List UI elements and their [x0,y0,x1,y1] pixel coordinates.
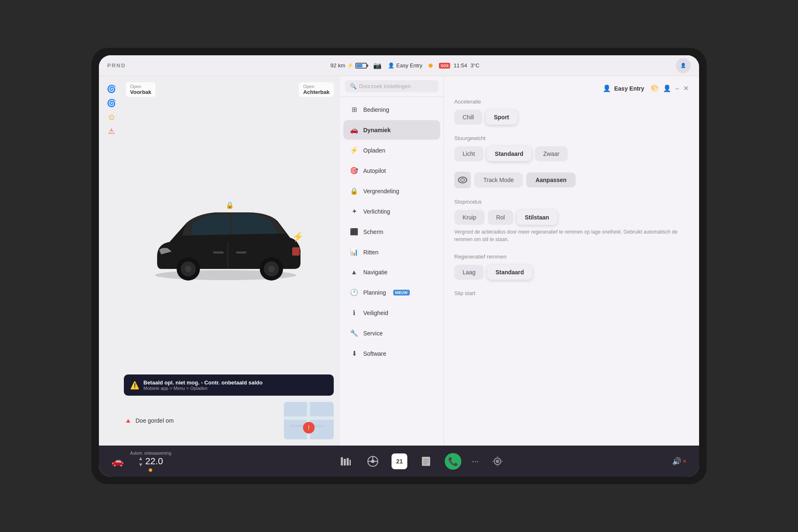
car-svg: ⚡ 🔒 [149,190,307,281]
sun-icon: 🌕 [650,84,659,92]
menu-item-navigatie[interactable]: ▲ Navigatie [343,263,440,282]
volume-icon-symbol: 🔊 [672,457,681,466]
screen: PRND 92 km ⚡ 📷 👤 Easy Entry [99,55,699,477]
achterbak-name: Achterbak [303,89,330,95]
acceleratie-section: Acceleratie Chill Sport [454,99,689,125]
stuurgewicht-title: Stuurgewicht [454,135,689,141]
achterbak-status: Open [303,84,330,89]
volume-control[interactable]: 🔊 ✕ [672,457,687,466]
warning-text: Betaald opl. niet mog. - Contr. onbetaal… [143,379,263,391]
menu-item-autopilot[interactable]: 🎯 Autopilot [343,161,440,180]
mini-map[interactable]: ! [284,402,334,439]
menu-item-scherm[interactable]: ⬛ Scherm [343,222,440,241]
aanpassen-btn[interactable]: Aanpassen [526,172,576,187]
svg-point-3 [185,266,192,272]
regeneratief-standaard-btn[interactable]: Standaard [487,265,532,280]
seatbelt-text: Doe gordel om [135,417,174,424]
more-dots[interactable]: ··· [472,456,479,466]
stuurgewicht-licht-btn[interactable]: Licht [454,146,483,161]
service-label: Service [363,330,383,337]
profile-info: 👤 Easy Entry [603,84,644,92]
track-svg [458,175,468,185]
gear-taskbar-icon[interactable] [489,453,506,470]
acceleratie-sport-btn[interactable]: Sport [485,110,517,125]
climate-arrows[interactable]: ▲ ▼ [138,456,143,468]
indicator-2: 🌀 [105,99,118,108]
slip-start-section: Slip start [454,290,689,296]
stopmodus-options: Kruip Rol Stilstaan [454,210,689,225]
stopmodus-rol-btn[interactable]: Rol [488,210,513,225]
svg-rect-10 [292,247,300,256]
verlichting-label: Verlichting [363,208,390,215]
indicator-tpms: ⊙ [105,113,118,122]
menu-item-planning[interactable]: 🕐 Planning NIEUW [343,283,440,302]
menu-item-bediening[interactable]: ⊞ Bediening [343,100,440,119]
car-top-info: Open Voorbak Open Achterbak [126,82,334,97]
menu-item-opladen[interactable]: ⚡ Opladen [343,140,440,160]
achterbak-label[interactable]: Open Achterbak [299,82,334,97]
verlichting-icon: ✦ [350,207,358,215]
profile-icon: 👤 [680,63,686,68]
menu-item-veiligheid[interactable]: ℹ Veiligheid [343,303,440,323]
regeneratief-laag-btn[interactable]: Laag [454,265,484,280]
profile-header: 👤 Easy Entry 🌕 👤 – ✕ [454,84,689,92]
stopmodus-kruip-btn[interactable]: Kruip [454,210,485,225]
calendar-icon[interactable]: 21 [392,453,407,469]
status-center: 92 km ⚡ 📷 👤 Easy Entry SOS 11:54 [134,62,676,69]
autopilot-icon: 🎯 [350,167,358,175]
car-taskbar-icon[interactable]: 🚗 [111,456,124,467]
device-frame: PRND 92 km ⚡ 📷 👤 Easy Entry [91,48,707,484]
indicator-warning: ⚠ [105,127,118,136]
sos-badge[interactable]: SOS [439,63,450,69]
battery-tip [367,64,368,67]
svg-rect-24 [350,460,351,466]
profile-button[interactable]: 👤 [676,58,691,73]
menu-item-verlichting[interactable]: ✦ Verlichting [343,202,440,221]
settings-detail: 👤 Easy Entry 🌕 👤 – ✕ Acceleratie Chill [444,76,699,446]
voorbak-label[interactable]: Open Voorbak [126,82,155,97]
calendar-day: 21 [396,458,403,465]
steering-icon[interactable] [365,453,381,470]
status-bar: PRND 92 km ⚡ 📷 👤 Easy Entry [99,55,699,76]
stopmodus-stilstaan-btn[interactable]: Stilstaan [517,210,557,225]
dynamiek-label: Dynamiek [363,127,391,133]
climate-temp-value: 22.0 [145,456,163,467]
search-placeholder: Doorzoek instellingen [359,83,411,89]
svg-text:🔒: 🔒 [226,201,234,209]
stuurgewicht-standaard-btn[interactable]: Standaard [487,146,532,161]
climate-arrow-up[interactable]: ▲ [138,456,143,461]
stopmodus-section: Stopmodus Kruip Rol Stilstaan Vergroot d… [454,199,689,243]
x-icon: ✕ [683,84,689,92]
software-icon: ⬇ [350,350,358,357]
track-mode-icon [454,172,471,188]
menu-item-software[interactable]: ⬇ Software [343,344,440,363]
person-icon: 👤 [388,62,394,69]
settings-menu: 🔍 Doorzoek instellingen ⊞ Bediening 🚗 Dy… [340,76,444,446]
battery-icon [355,63,367,69]
voorbak-status: Open [130,84,151,89]
media-icon[interactable] [337,453,354,470]
menu-item-ritten[interactable]: 📊 Ritten [343,242,440,262]
profile-person-icon: 👤 [603,84,611,92]
svg-point-36 [496,460,499,463]
battery-km: 92 km [330,62,345,69]
menu-item-service[interactable]: 🔧 Service [343,323,440,343]
track-mode-btn[interactable]: Track Mode [474,172,523,187]
warning-icon: ⚠️ [130,381,139,390]
car-image-area: ⚡ 🔒 [122,101,334,370]
planning-label: Planning [363,289,386,296]
search-input[interactable]: 🔍 Doorzoek instellingen [345,80,438,92]
climate-arrow-down[interactable]: ▼ [138,462,143,468]
phone-icon[interactable]: 📞 [445,453,461,470]
prnd-display: PRND [107,62,126,69]
main-content: 🌀 🌀 ⊙ ⚠ Open Voorbak Open Achterbak [99,76,699,446]
menu-item-vergrendeling[interactable]: 🔒 Vergrendeling [343,181,440,201]
stuurgewicht-zwaar-btn[interactable]: Zwaar [535,146,568,161]
acceleratie-chill-btn[interactable]: Chill [454,110,482,125]
autopilot-label: Autopilot [363,167,386,174]
svg-text:!: ! [308,424,310,431]
notes-icon[interactable] [418,453,434,470]
acceleratie-title: Acceleratie [454,99,689,105]
menu-item-dynamiek[interactable]: 🚗 Dynamiek [343,120,440,140]
stuurgewicht-options: Licht Standaard Zwaar [454,146,689,161]
